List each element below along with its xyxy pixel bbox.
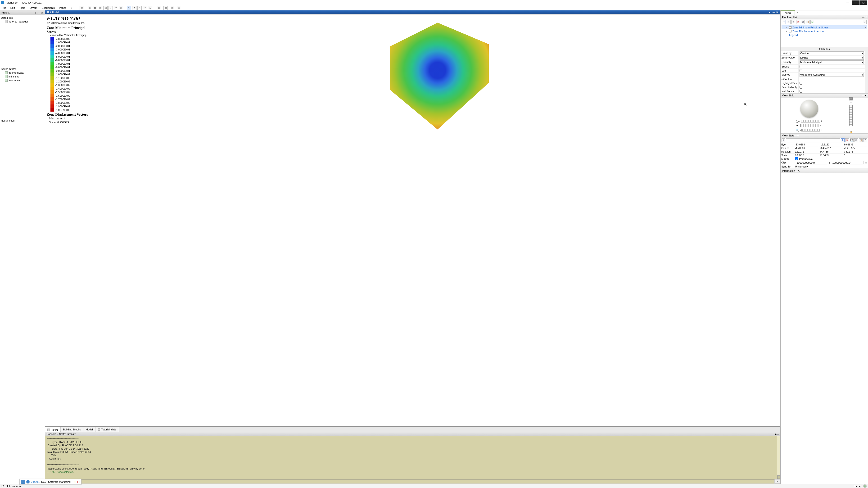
menu-panes[interactable]: Panes — [58, 6, 67, 10]
eye-y[interactable]: -12.5151 — [819, 143, 844, 146]
zone-value-select[interactable]: Stress▾ — [800, 56, 864, 60]
center-x[interactable]: -1.20306 — [794, 146, 819, 150]
saved-state-item[interactable]: tutorial.sav — [0, 79, 45, 82]
refresh-icon[interactable]: ↻ — [114, 6, 118, 10]
rotation-sphere[interactable] — [800, 100, 818, 118]
panel2-icon[interactable]: ▦ — [163, 6, 168, 10]
close-icon[interactable]: ✕ — [864, 16, 867, 19]
plot-close-icon[interactable]: ✕ — [776, 11, 779, 14]
wand-icon[interactable]: ✎ — [781, 139, 785, 142]
plot-dropdown-icon[interactable]: ▾ — [769, 11, 772, 14]
menu-layout[interactable]: Layout — [28, 6, 38, 10]
copy-view-icon[interactable]: ⧉ — [854, 139, 858, 142]
min-icon[interactable]: — — [794, 134, 797, 137]
tab-plot01[interactable]: Plot01 — [45, 427, 61, 432]
clip-far[interactable]: 10000000000.0 — [832, 161, 864, 164]
chevron-down-icon[interactable]: ▾ — [787, 20, 790, 24]
print-icon[interactable]: ⎙ — [108, 6, 113, 10]
scale-x[interactable]: 8.09717 — [794, 153, 819, 157]
target-icon[interactable]: ✦ — [132, 6, 136, 10]
plot-item-vectors[interactable]: ▸Zone Displacement Vectors — [781, 29, 867, 33]
highlight-checkbox[interactable] — [800, 82, 802, 85]
expand-icon[interactable]: ▸ — [786, 26, 788, 29]
link-icon[interactable]: ⊶ — [143, 6, 147, 10]
scale-z[interactable]: 1 — [843, 153, 868, 157]
quantity-select[interactable]: Minimum Principal▾ — [800, 60, 864, 64]
plot-3d-view[interactable]: ↖ — [100, 19, 775, 422]
rot-y[interactable]: 44.4785 — [819, 150, 844, 153]
delete-item-icon[interactable]: ✕ — [796, 20, 800, 24]
panel1-icon[interactable]: ▥ — [157, 6, 161, 10]
menu-edit[interactable]: Edit — [9, 6, 16, 10]
pan-mode-icon[interactable]: ✥ — [796, 124, 798, 127]
pan-slider[interactable] — [800, 124, 819, 127]
stress-checkbox[interactable] — [800, 65, 802, 68]
console-scrollbar[interactable] — [777, 436, 780, 479]
view-combo[interactable] — [786, 139, 840, 142]
tab-tutorial-data[interactable]: Tutorial_data — [95, 427, 119, 432]
minimize-sys-button[interactable]: — — [851, 0, 859, 5]
plot-tab-plot01[interactable]: Plot01 — [781, 10, 795, 15]
vertical-slider[interactable] — [849, 105, 852, 126]
menu-tools[interactable]: Tools — [18, 6, 26, 10]
menu-file[interactable]: File — [1, 6, 7, 10]
paste-view-icon[interactable]: 📋 — [859, 139, 863, 142]
close-icon[interactable]: ✕ — [864, 94, 867, 97]
eye-x[interactable]: -13.0368 — [794, 143, 819, 146]
scale-y[interactable]: 19.5483 — [819, 153, 844, 157]
paste-icon[interactable]: 📋 — [806, 20, 809, 24]
plot-minimize-icon[interactable]: — — [773, 11, 775, 14]
null-faces-checkbox[interactable] — [800, 90, 802, 93]
scrollbar-thumb[interactable] — [777, 476, 780, 479]
layout2-icon[interactable]: ▦ — [93, 6, 97, 10]
eye-z[interactable]: 9.62832 — [843, 143, 868, 146]
layout1-icon[interactable]: ▥ — [88, 6, 92, 10]
minimize-pane-icon[interactable]: — — [38, 11, 40, 14]
apply-icon[interactable]: ☑ — [810, 20, 814, 24]
saved-state-item[interactable]: initial.sav — [0, 74, 45, 79]
plus-icon[interactable]: + — [137, 6, 142, 10]
wand-icon[interactable]: ✎ — [792, 20, 795, 24]
help-icon[interactable]: ? — [863, 20, 867, 24]
add-view-icon[interactable]: ✚ — [841, 139, 844, 142]
rot-z[interactable]: 352.178 — [843, 150, 868, 153]
panel4-icon[interactable]: ▧ — [177, 6, 181, 10]
minimize-button[interactable]: — — [844, 0, 851, 5]
pointer-icon[interactable]: ↖ — [127, 6, 131, 10]
maximize-button[interactable]: ▢ — [860, 0, 867, 5]
tab-building-blocks[interactable]: Building Blocks — [61, 427, 83, 432]
clip-near[interactable]: -10000000000.0 — [795, 161, 827, 164]
copy-icon[interactable]: ⧉ — [801, 20, 805, 24]
zoom-mode-icon[interactable]: 🔍 — [796, 129, 799, 132]
selected-only-checkbox[interactable] — [800, 86, 802, 89]
check-icon[interactable]: ☑ — [119, 6, 123, 10]
expand-icon[interactable]: ▸ — [786, 30, 788, 32]
panel3-icon[interactable]: ▤ — [170, 6, 174, 10]
zoom-slider[interactable] — [801, 129, 820, 131]
help-icon[interactable]: ? — [863, 139, 867, 142]
color-by-select[interactable]: Contour▾ — [800, 52, 864, 55]
rotate-slider[interactable] — [801, 120, 820, 122]
method-select[interactable]: Volumetric Averaging▾ — [800, 73, 864, 77]
plot-viewport[interactable]: FLAC3D 7.00 ©2020 Itasca Consulting Grou… — [45, 14, 780, 427]
center-z[interactable]: -0.213977 — [843, 146, 868, 150]
dropdown-icon[interactable]: ▾ — [35, 11, 37, 14]
saved-state-item[interactable]: geometry.sav — [0, 71, 45, 74]
view-reset-button[interactable]: ⊡ — [849, 97, 852, 100]
log-checkbox[interactable] — [800, 69, 802, 72]
taskbar-icon-2[interactable] — [78, 481, 80, 483]
sync-select[interactable]: Unsynced▾ — [795, 165, 808, 168]
min-icon[interactable]: — — [862, 94, 864, 97]
plot-item-stress[interactable]: ▸Zone Minimum Principal Stress▾ — [781, 25, 867, 29]
plot-item-legend[interactable]: Legend — [781, 33, 867, 37]
layout3-icon[interactable]: ▤ — [98, 6, 102, 10]
save-view-icon[interactable]: 💾 — [850, 139, 854, 142]
add-plot-tab[interactable]: + — [795, 10, 800, 15]
layout4-icon[interactable]: ▧ — [103, 6, 107, 10]
console-run-button[interactable]: ▸ — [775, 479, 780, 484]
delete-view-icon[interactable]: ✕ — [845, 139, 849, 142]
center-y[interactable]: -0.464017 — [819, 146, 844, 150]
console-output[interactable]: ******************************** Type: I… — [45, 436, 780, 479]
menu-documents[interactable]: Documents — [40, 6, 56, 10]
data-file-item[interactable]: Tutorial_data.dat — [0, 20, 45, 24]
